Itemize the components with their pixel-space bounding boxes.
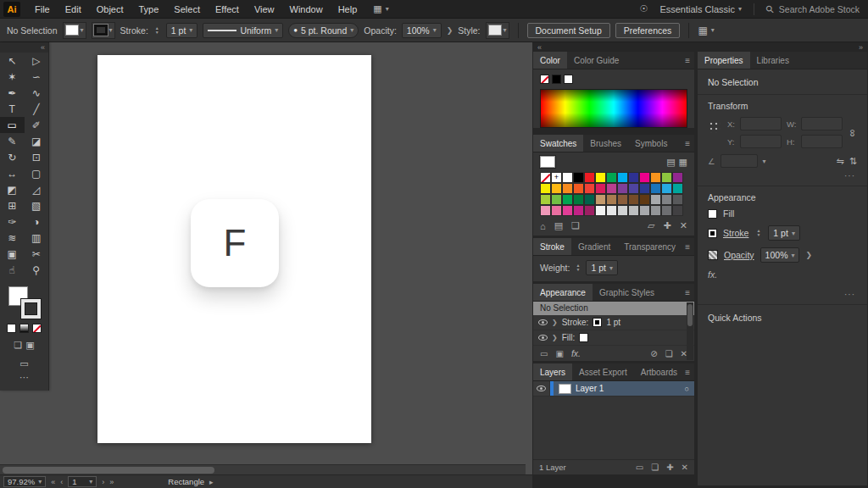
- tab-color[interactable]: Color: [533, 52, 567, 69]
- stroke-swatch[interactable]: [708, 229, 717, 238]
- swatch[interactable]: [628, 183, 639, 194]
- swatch[interactable]: [562, 172, 573, 183]
- swatch[interactable]: [540, 205, 551, 216]
- gradient-tool[interactable]: ▧: [25, 197, 49, 214]
- opacity-select[interactable]: 100% ▾: [760, 247, 800, 263]
- shape-builder-tool[interactable]: ◩: [0, 181, 25, 197]
- align-options[interactable]: ▦ ▾: [698, 25, 714, 36]
- artboard-number-select[interactable]: 1 ▾: [68, 476, 97, 487]
- preferences-button[interactable]: Preferences: [615, 23, 681, 38]
- layer-row[interactable]: Layer 1 ○: [533, 381, 694, 396]
- hand-tool[interactable]: ☝: [0, 262, 25, 278]
- clear-appearance-icon[interactable]: ⊘: [650, 349, 657, 358]
- workspace-switcher[interactable]: Essentials Classic ▾: [659, 4, 742, 14]
- tab-brushes[interactable]: Brushes: [583, 135, 628, 152]
- none-button[interactable]: [32, 324, 42, 333]
- rotate-field[interactable]: [721, 154, 758, 168]
- black-color-chip[interactable]: [552, 75, 561, 84]
- swatch[interactable]: [661, 172, 672, 183]
- tab-artboards[interactable]: Artboards: [634, 363, 684, 380]
- stepper-down-icon[interactable]: ▼: [574, 268, 581, 272]
- swatch[interactable]: [606, 205, 617, 216]
- swatch-kinds-icon[interactable]: ▤: [554, 220, 563, 231]
- swatch[interactable]: [595, 183, 606, 194]
- tab-swatches[interactable]: Swatches: [533, 135, 583, 152]
- discover-icon[interactable]: ☉: [640, 3, 648, 14]
- weight-select[interactable]: 1 pt ▾: [586, 260, 618, 275]
- w-field[interactable]: [801, 117, 843, 130]
- make-clipping-mask-icon[interactable]: ▭: [636, 463, 643, 472]
- last-artboard-icon[interactable]: »: [109, 478, 114, 486]
- swatch[interactable]: [639, 183, 650, 194]
- swatch[interactable]: [573, 172, 584, 183]
- menu-item-window[interactable]: Window: [282, 0, 331, 19]
- stepper-down-icon[interactable]: ▼: [153, 30, 161, 35]
- appearance-more-options-icon[interactable]: ···: [708, 286, 857, 301]
- swatch[interactable]: [606, 172, 617, 183]
- menu-item-edit[interactable]: Edit: [58, 0, 89, 19]
- edit-toolbar-icon[interactable]: ⋯: [0, 370, 48, 384]
- menu-item-effect[interactable]: Effect: [208, 0, 247, 19]
- stroke-weight-select[interactable]: 1 pt ▾: [768, 225, 800, 241]
- rectangle-tool[interactable]: ▭: [0, 117, 25, 133]
- pen-tool[interactable]: ✒: [0, 85, 25, 101]
- new-fill-icon[interactable]: ▣: [555, 349, 563, 358]
- swatch-registration[interactable]: +: [551, 172, 562, 183]
- visibility-eye-icon[interactable]: [538, 319, 548, 325]
- column-graph-tool[interactable]: ▥: [25, 230, 49, 246]
- type-tool[interactable]: T: [0, 101, 25, 117]
- none-color-chip[interactable]: [540, 75, 549, 84]
- stepper-down-icon[interactable]: ▼: [754, 233, 762, 237]
- appearance-fill-row[interactable]: ❯ Fill:: [533, 330, 694, 346]
- tab-asset-export[interactable]: Asset Export: [572, 363, 634, 380]
- width-tool[interactable]: ↔: [0, 165, 25, 181]
- new-swatch-icon[interactable]: ✚: [664, 220, 671, 231]
- menu-item-select[interactable]: Select: [166, 0, 208, 19]
- swatch-options-icon[interactable]: ❏: [571, 220, 580, 231]
- swatch[interactable]: [672, 194, 683, 205]
- new-layer-icon[interactable]: ✚: [666, 463, 673, 472]
- swatch[interactable]: [661, 194, 672, 205]
- h-field[interactable]: [801, 135, 843, 148]
- swatch[interactable]: [573, 194, 584, 205]
- stroke-weight-select[interactable]: 1 pt ▾: [166, 23, 198, 38]
- menu-item-type[interactable]: Type: [131, 0, 167, 19]
- appearance-stroke-swatch[interactable]: [593, 318, 602, 327]
- swatch[interactable]: [562, 205, 573, 216]
- width-profile-select[interactable]: Uniform ▾: [203, 23, 283, 38]
- stroke-color-dropdown[interactable]: ▾: [92, 22, 115, 39]
- visibility-eye-icon[interactable]: [537, 385, 546, 391]
- visibility-eye-icon[interactable]: [538, 335, 548, 341]
- new-sublayer-icon[interactable]: ❏: [651, 463, 659, 472]
- zoom-tool[interactable]: ⚲: [25, 262, 49, 278]
- tab-stroke[interactable]: Stroke: [533, 238, 571, 255]
- swatch[interactable]: [595, 205, 606, 216]
- paintbrush-tool[interactable]: ✐: [25, 117, 49, 133]
- opacity-swatch[interactable]: [708, 250, 718, 260]
- swatch[interactable]: [540, 194, 551, 205]
- swatch[interactable]: [617, 194, 628, 205]
- swatch[interactable]: [606, 183, 617, 194]
- arrange-documents-dropdown-icon[interactable]: ▾: [386, 5, 389, 13]
- right-column-collapse-icon[interactable]: »: [698, 42, 867, 52]
- opacity-row[interactable]: Opacity 100% ▾ ❯: [708, 247, 857, 263]
- appearance-scrollbar-thumb[interactable]: [687, 304, 693, 326]
- symbol-sprayer-tool[interactable]: ≋: [0, 230, 25, 246]
- stock-search-input[interactable]: ⚲ Search Adobe Stock: [766, 3, 860, 15]
- menu-item-help[interactable]: Help: [331, 0, 365, 19]
- layer-target-icon[interactable]: ○: [685, 385, 689, 393]
- opacity-link-label[interactable]: Opacity: [724, 250, 754, 260]
- tab-appearance[interactable]: Appearance: [533, 284, 593, 301]
- new-effect-icon[interactable]: fx.: [571, 348, 581, 358]
- swatch[interactable]: [573, 205, 584, 216]
- tab-transparency[interactable]: Transparency: [617, 238, 682, 255]
- swatch[interactable]: [628, 194, 639, 205]
- duplicate-item-icon[interactable]: ❏: [665, 349, 673, 358]
- flip-vertical-icon[interactable]: ⇅: [849, 156, 857, 167]
- swatch[interactable]: [617, 172, 628, 183]
- eraser-tool[interactable]: ◪: [25, 133, 49, 149]
- toolbar-collapse-icon[interactable]: «: [0, 42, 48, 53]
- swatch-libraries-icon[interactable]: ⌂: [540, 221, 546, 231]
- swatch[interactable]: [639, 194, 650, 205]
- menu-item-object[interactable]: Object: [89, 0, 131, 19]
